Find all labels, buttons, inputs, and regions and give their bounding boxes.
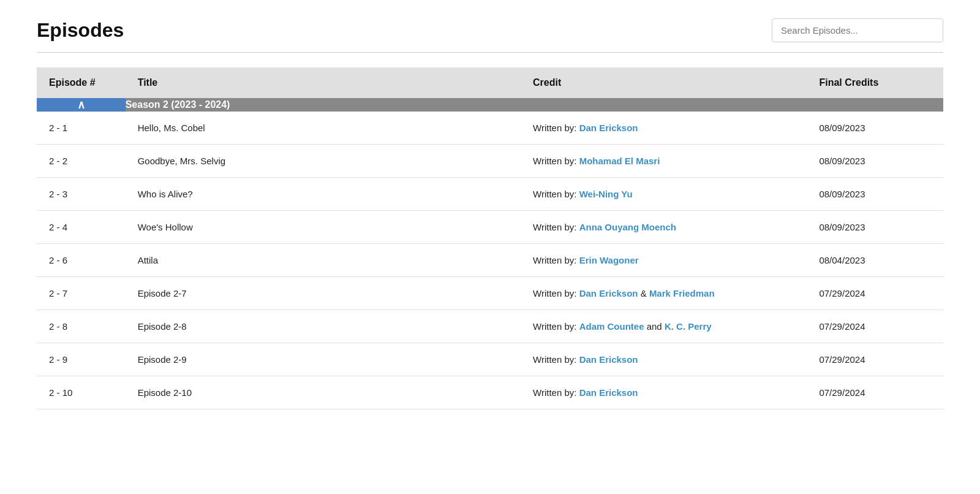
episode-final-date: 07/29/2024 [807, 376, 943, 409]
episode-number: 2 - 1 [37, 112, 126, 145]
table-row: 2 - 1Hello, Ms. CobelWritten by: Dan Eri… [37, 112, 943, 145]
episode-credit: Written by: Adam Countee and K. C. Perry [521, 310, 807, 343]
credit-prefix: Written by: [533, 387, 579, 398]
table-row: 2 - 8Episode 2-8Written by: Adam Countee… [37, 310, 943, 343]
credit-conjunction: and [644, 321, 665, 332]
episode-credit: Written by: Erin Wagoner [521, 244, 807, 277]
credit-author-link[interactable]: Dan Erickson [579, 288, 638, 298]
episode-credit: Written by: Dan Erickson [521, 112, 807, 145]
episode-number: 2 - 7 [37, 277, 126, 310]
episode-title: Episode 2-10 [126, 376, 521, 409]
credit-author-link[interactable]: Wei-Ning Yu [579, 189, 633, 199]
page-header: Episodes [37, 18, 943, 42]
episode-title: Episode 2-7 [126, 277, 521, 310]
episode-number: 2 - 8 [37, 310, 126, 343]
chevron-up-icon: ∧ [77, 98, 85, 112]
episode-credit: Written by: Dan Erickson [521, 376, 807, 409]
episode-final-date: 08/09/2023 [807, 211, 943, 244]
episodes-table: Episode # Title Credit Final Credits ∧ S… [37, 67, 943, 409]
table-row: 2 - 6AttilaWritten by: Erin Wagoner08/04… [37, 244, 943, 277]
header-divider [37, 52, 943, 53]
episode-final-date: 08/09/2023 [807, 145, 943, 178]
episode-final-date: 08/04/2023 [807, 244, 943, 277]
col-episode-number: Episode # [37, 67, 126, 98]
episode-title: Who is Alive? [126, 178, 521, 211]
page-container: Episodes Episode # Title Credit Final Cr… [12, 0, 968, 428]
table-row: 2 - 7Episode 2-7Written by: Dan Erickson… [37, 277, 943, 310]
table-header: Episode # Title Credit Final Credits [37, 67, 943, 98]
episodes-body: ∧ Season 2 (2023 - 2024) 2 - 1Hello, Ms.… [37, 98, 943, 409]
credit-author-link[interactable]: Dan Erickson [579, 123, 638, 133]
episode-credit: Written by: Wei-Ning Yu [521, 178, 807, 211]
season-row: ∧ Season 2 (2023 - 2024) [37, 98, 943, 112]
episode-number: 2 - 3 [37, 178, 126, 211]
episode-title: Woe's Hollow [126, 211, 521, 244]
credit-author-link[interactable]: Dan Erickson [579, 354, 638, 365]
credit-prefix: Written by: [533, 156, 579, 166]
episode-number: 2 - 10 [37, 376, 126, 409]
credit-conjunction: & [638, 288, 649, 298]
episode-final-date: 07/29/2024 [807, 310, 943, 343]
table-row: 2 - 3Who is Alive?Written by: Wei-Ning Y… [37, 178, 943, 211]
credit-author-link[interactable]: Dan Erickson [579, 387, 638, 398]
credit-prefix: Written by: [533, 222, 579, 232]
episode-number: 2 - 9 [37, 343, 126, 376]
credit-prefix: Written by: [533, 354, 579, 365]
episode-credit: Written by: Dan Erickson [521, 343, 807, 376]
credit-author-link[interactable]: Adam Countee [579, 321, 644, 332]
credit-prefix: Written by: [533, 189, 579, 199]
episode-title: Episode 2-9 [126, 343, 521, 376]
episode-number: 2 - 2 [37, 145, 126, 178]
table-row: 2 - 9Episode 2-9Written by: Dan Erickson… [37, 343, 943, 376]
credit-prefix: Written by: [533, 321, 579, 332]
season-toggle-cell: ∧ [37, 98, 126, 112]
credit-author-link[interactable]: Mark Friedman [649, 288, 715, 298]
credit-prefix: Written by: [533, 255, 579, 265]
credit-prefix: Written by: [533, 288, 579, 298]
table-row: 2 - 10Episode 2-10Written by: Dan Ericks… [37, 376, 943, 409]
table-row: 2 - 2Goodbye, Mrs. SelvigWritten by: Moh… [37, 145, 943, 178]
credit-author-link[interactable]: K. C. Perry [665, 321, 712, 332]
col-final-credits: Final Credits [807, 67, 943, 98]
episode-credit: Written by: Anna Ouyang Moench [521, 211, 807, 244]
episode-final-date: 07/29/2024 [807, 277, 943, 310]
page-title: Episodes [37, 19, 124, 42]
season-toggle-button[interactable]: ∧ [37, 98, 126, 112]
episode-final-date: 08/09/2023 [807, 178, 943, 211]
episode-final-date: 08/09/2023 [807, 112, 943, 145]
col-title: Title [126, 67, 521, 98]
credit-author-link[interactable]: Erin Wagoner [579, 255, 639, 265]
credit-author-link[interactable]: Anna Ouyang Moench [579, 222, 676, 232]
table-row: 2 - 4Woe's HollowWritten by: Anna Ouyang… [37, 211, 943, 244]
episode-title: Goodbye, Mrs. Selvig [126, 145, 521, 178]
credit-prefix: Written by: [533, 123, 579, 133]
episode-number: 2 - 4 [37, 211, 126, 244]
episode-title: Episode 2-8 [126, 310, 521, 343]
credit-author-link[interactable]: Mohamad El Masri [579, 156, 660, 166]
search-input[interactable] [772, 18, 943, 42]
episode-credit: Written by: Dan Erickson & Mark Friedman [521, 277, 807, 310]
episode-credit: Written by: Mohamad El Masri [521, 145, 807, 178]
col-credit: Credit [521, 67, 807, 98]
episode-title: Attila [126, 244, 521, 277]
season-label: Season 2 (2023 - 2024) [126, 98, 943, 112]
episode-title: Hello, Ms. Cobel [126, 112, 521, 145]
episode-final-date: 07/29/2024 [807, 343, 943, 376]
episode-number: 2 - 6 [37, 244, 126, 277]
